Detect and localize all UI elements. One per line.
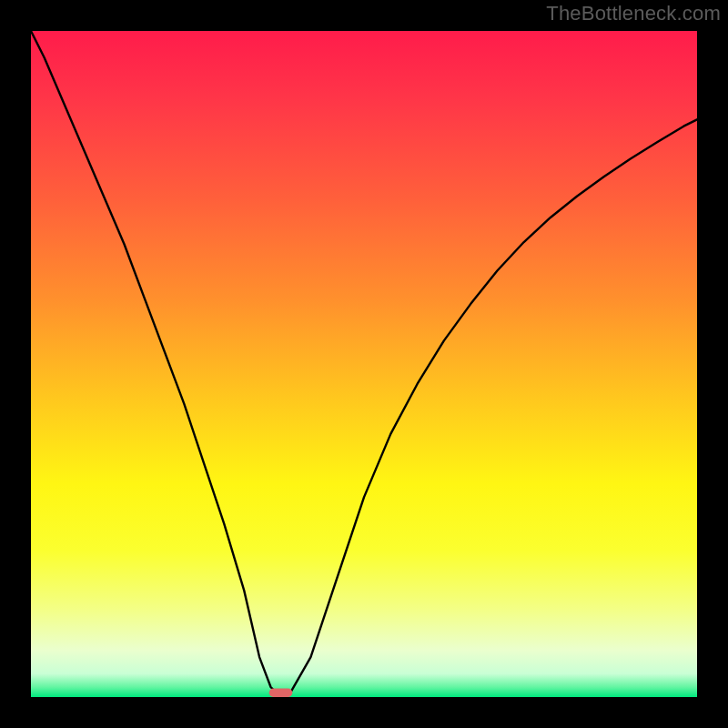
chart-frame: TheBottleneck.com (0, 0, 728, 728)
plot-area (31, 31, 697, 697)
attribution-text: TheBottleneck.com (546, 2, 721, 25)
curve-canvas (31, 31, 697, 697)
